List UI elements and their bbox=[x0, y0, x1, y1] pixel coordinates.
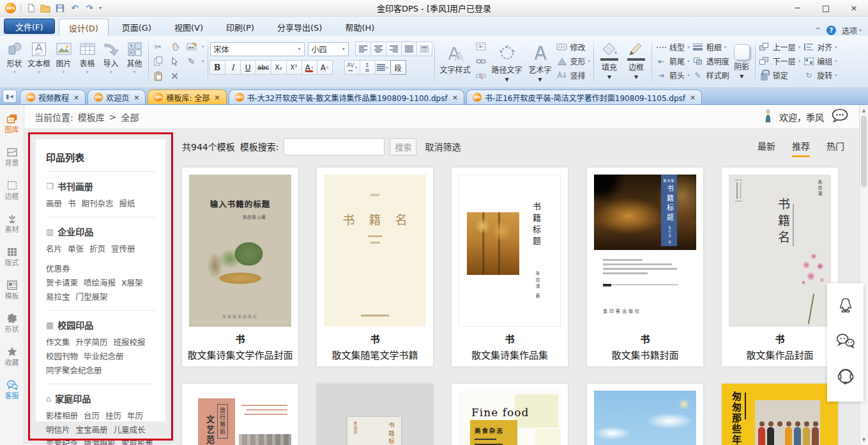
sidebar-item-layout[interactable]: 版式 bbox=[0, 240, 24, 273]
search-button[interactable]: 搜索 bbox=[390, 138, 416, 155]
italic-button[interactable]: I bbox=[225, 60, 241, 75]
replace-image-icon[interactable] bbox=[185, 40, 197, 52]
filter-link[interactable]: 家庭影集 bbox=[121, 437, 153, 445]
template-card-1[interactable]: 输入书籍的标题 朱自清 ◎著 某某某某出版社 书 散文集诗集文学作品封面 bbox=[182, 168, 298, 366]
align-right-button[interactable] bbox=[386, 42, 402, 56]
filter-link[interactable]: 儿童成长 bbox=[114, 423, 146, 437]
filter-link[interactable]: 名片 bbox=[46, 242, 62, 256]
doc-tab-welcome[interactable]: DPS欢迎页× bbox=[88, 90, 146, 104]
bold-button[interactable]: B bbox=[209, 60, 225, 75]
new-document-icon[interactable] bbox=[26, 3, 36, 13]
filter-link[interactable]: 贺卡请柬 bbox=[46, 276, 78, 290]
align-left-button[interactable] bbox=[355, 42, 371, 56]
filter-link[interactable]: 毕业纪念册 bbox=[84, 350, 124, 364]
border-button[interactable]: 边框 ▾ bbox=[623, 37, 650, 86]
filter-link[interactable]: 宝宝画册 bbox=[76, 423, 108, 437]
filter-link[interactable]: 班报校报 bbox=[114, 336, 146, 350]
filter-link[interactable]: 宣传册 bbox=[111, 242, 135, 256]
line-spacing-button[interactable]: ↕≡ bbox=[360, 60, 376, 75]
style-brush-button[interactable]: ✎样式刷 bbox=[692, 68, 729, 82]
insert-other-button[interactable]: 其他▾ bbox=[123, 37, 146, 86]
menu-tab-view[interactable]: 视图(V) bbox=[165, 19, 213, 36]
doc-tab-book2[interactable]: DPS书-正16开软皮平装-简洁文学著作封面190809-1105.dpsf× bbox=[466, 90, 702, 104]
insert-shape-button[interactable]: 形状▾ bbox=[3, 37, 26, 86]
wechat-icon[interactable] bbox=[835, 332, 857, 352]
font-family-select[interactable]: 宋体▾ bbox=[210, 42, 305, 56]
node-edit-icon[interactable]: ✎ bbox=[185, 55, 197, 67]
align-distribute-button[interactable] bbox=[416, 42, 432, 56]
strikethrough-button[interactable]: abc bbox=[255, 60, 271, 75]
group-button[interactable]: 编组▾ bbox=[803, 54, 837, 68]
template-card-7[interactable]: 朱自清 书籍标题 bbox=[317, 384, 433, 445]
filter-link[interactable]: 期刊杂志 bbox=[82, 197, 114, 211]
menu-tab-share-export[interactable]: 分享导出(S) bbox=[268, 19, 331, 36]
paragraph-button[interactable]: 段 bbox=[390, 60, 406, 75]
lock-button[interactable]: 锁定 bbox=[759, 68, 801, 82]
breadcrumb-library[interactable]: 模板库 bbox=[78, 111, 105, 123]
filter-link[interactable]: 作文集 bbox=[46, 336, 70, 350]
filter-link[interactable]: 校园刊物 bbox=[46, 350, 78, 364]
sidebar-item-background[interactable]: 背景 bbox=[0, 140, 24, 173]
maximize-button[interactable]: □ bbox=[812, 0, 840, 16]
filter-link[interactable]: 升学简历 bbox=[76, 336, 108, 350]
filter-link[interactable]: 门型展架 bbox=[76, 290, 108, 304]
template-card-9[interactable] bbox=[587, 384, 703, 445]
cancel-filter-button[interactable]: 取消筛选 bbox=[425, 140, 461, 153]
scroll-up-arrow[interactable]: ▲ bbox=[860, 105, 868, 115]
filter-link[interactable]: 易拉宝 bbox=[46, 290, 70, 304]
char-spacing-button[interactable]: AV↔▾ bbox=[344, 60, 360, 75]
collapse-sidebar-button[interactable]: ▮◀ bbox=[3, 90, 17, 103]
modify-text-button[interactable]: 修改 bbox=[556, 40, 591, 54]
help-icon[interactable]: ? bbox=[826, 26, 836, 35]
filter-link[interactable]: X展架 bbox=[121, 276, 143, 290]
save-icon[interactable] bbox=[55, 3, 65, 13]
filter-link[interactable]: 报纸 bbox=[119, 197, 135, 211]
paste-icon[interactable] bbox=[152, 70, 164, 82]
filter-link[interactable]: 台历 bbox=[84, 409, 100, 423]
sidebar-item-border[interactable]: 边框 bbox=[0, 173, 24, 207]
sidebar-item-template[interactable]: 模板 bbox=[0, 273, 24, 306]
fill-button[interactable]: 填充 ▾ bbox=[596, 37, 623, 86]
close-tab-icon[interactable]: × bbox=[73, 94, 79, 101]
close-tab-icon[interactable]: × bbox=[452, 94, 458, 101]
filter-link[interactable]: 折页 bbox=[89, 242, 105, 256]
align-justify-button[interactable] bbox=[401, 42, 417, 56]
close-tab-icon[interactable]: × bbox=[133, 94, 139, 101]
options-button[interactable]: 选项▾ bbox=[842, 25, 862, 36]
sidebar-item-shape[interactable]: 形状 bbox=[0, 306, 24, 340]
insert-table-button[interactable]: 表格▾ bbox=[75, 37, 99, 86]
send-backward-button[interactable]: 下一层▾ bbox=[759, 54, 801, 68]
underline-button[interactable]: U bbox=[240, 60, 256, 75]
line-weight-button[interactable]: 粗细▾ bbox=[692, 40, 729, 54]
subscript-button[interactable]: X₂ bbox=[271, 60, 287, 75]
quick-access-dropdown-icon[interactable]: ▾ bbox=[99, 5, 102, 11]
redo-icon[interactable]: ↷ bbox=[84, 3, 95, 13]
close-tab-icon[interactable]: × bbox=[690, 94, 696, 101]
unlink-icon[interactable] bbox=[475, 70, 487, 82]
copy-icon[interactable] bbox=[152, 55, 164, 67]
sidebar-item-favorites[interactable]: 收藏 bbox=[0, 340, 24, 373]
customer-service-headset-icon[interactable] bbox=[835, 366, 856, 389]
close-button[interactable]: × bbox=[840, 0, 868, 16]
cut-icon[interactable]: ✂ bbox=[152, 40, 164, 52]
font-color-button[interactable]: A▾ bbox=[301, 60, 317, 75]
align-objects-button[interactable]: 对齐▾ bbox=[803, 40, 837, 54]
filter-link[interactable]: 挂历 bbox=[105, 409, 121, 423]
menu-file[interactable]: 文件(F) bbox=[4, 19, 55, 34]
menu-tab-design[interactable]: 设计(D) bbox=[59, 19, 109, 36]
filter-link[interactable]: 年历 bbox=[127, 409, 143, 423]
highlight-color-button[interactable]: A▾ bbox=[317, 60, 333, 75]
open-file-icon[interactable] bbox=[40, 3, 50, 13]
filter-link[interactable]: 影楼相册 bbox=[46, 409, 78, 423]
sort-recommended[interactable]: 推荐 bbox=[792, 139, 810, 157]
text-wrap-icon[interactable] bbox=[475, 40, 487, 52]
import-button[interactable]: 导入▾ bbox=[99, 37, 123, 86]
scroll-down-arrow[interactable]: ▼ bbox=[860, 435, 868, 444]
insert-textbox-button[interactable]: 文本框▾ bbox=[26, 37, 52, 86]
link-icon[interactable] bbox=[475, 55, 487, 67]
dropdown-icon[interactable]: ▾ bbox=[202, 59, 204, 65]
filter-link[interactable]: 单张 bbox=[68, 242, 84, 256]
doc-tab-video-tutorial[interactable]: DPS视频教程× bbox=[20, 90, 86, 104]
menu-tab-print[interactable]: 印刷(P) bbox=[217, 19, 264, 36]
line-style-button[interactable]: 线型▾ bbox=[655, 40, 690, 54]
